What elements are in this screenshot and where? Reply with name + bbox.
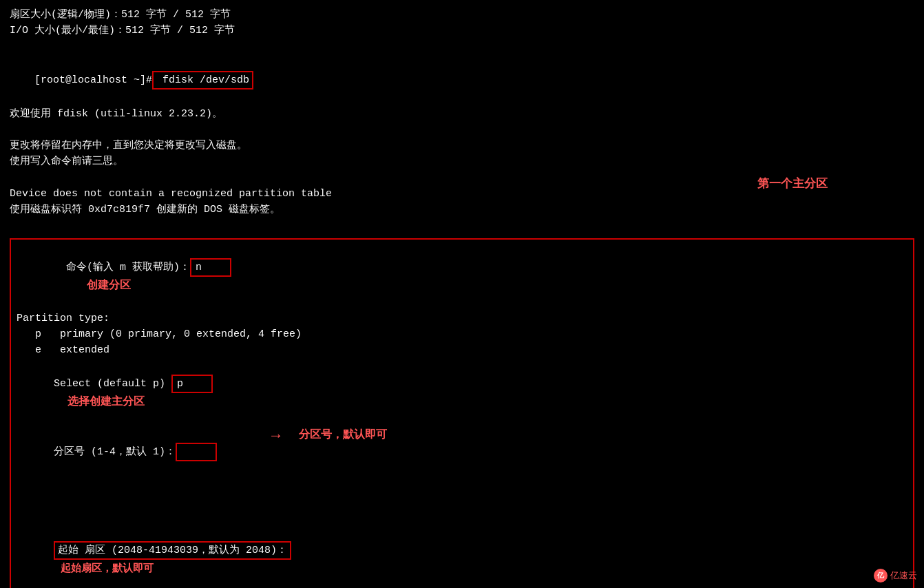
sector-size-line: 扇区大小(逻辑/物理)：512 字节 / 512 字节 bbox=[10, 7, 914, 23]
partition-num-line-1: 分区号 (1-4，默认 1)： → 分区号，默认即可 bbox=[17, 426, 907, 525]
watermark-text: 亿速云 bbox=[890, 569, 917, 582]
io-size-line: I/O 大小(最小/最佳)：512 字节 / 512 字节 bbox=[10, 23, 914, 39]
start-sector-box: 起始 扇区 (2048-41943039，默认为 2048)： bbox=[54, 541, 291, 560]
partition-num-default-annotation: 分区号，默认即可 bbox=[299, 426, 387, 443]
create-partition-annotation: 创建分区 bbox=[87, 279, 131, 291]
warn-line-2: 使用写入命令前请三思。 bbox=[10, 154, 914, 169]
partition-type-1: Partition type: bbox=[17, 311, 907, 326]
command-fdisk: fdisk /dev/sdb bbox=[152, 71, 253, 90]
watermark: 亿 亿速云 bbox=[874, 569, 917, 582]
select-input-p-1: p bbox=[171, 375, 213, 393]
primary-line-1: p primary (0 primary, 0 extended, 4 free… bbox=[17, 326, 907, 342]
select-primary-annotation: 选择创建主分区 bbox=[67, 395, 145, 407]
extended-line-1: e extended bbox=[17, 342, 907, 358]
welcome-line: 欢迎使用 fdisk (util-linux 2.23.2)。 bbox=[10, 106, 914, 122]
first-partition-annotation: 第一个主分区 bbox=[757, 176, 828, 191]
cmd-input-n-1: n bbox=[190, 258, 231, 277]
blank-1 bbox=[10, 39, 914, 55]
blank-2 bbox=[10, 122, 914, 138]
blank-4 bbox=[10, 218, 914, 233]
arrow-partition-num: → bbox=[271, 425, 280, 448]
start-sector-line-1: 起始 扇区 (2048-41943039，默认为 2048)： 起始扇区，默认即… bbox=[17, 525, 907, 588]
partition-num-input-1 bbox=[176, 443, 217, 461]
watermark-icon: 亿 bbox=[874, 569, 888, 582]
prompt-text: [root@localhost ~]# bbox=[34, 74, 152, 86]
prompt-line-1: [root@localhost ~]# fdisk /dev/sdb bbox=[10, 55, 914, 106]
warn-line-1: 更改将停留在内存中，直到您决定将更改写入磁盘。 bbox=[10, 138, 914, 154]
first-partition-block: 命令(输入 m 获取帮助)：n 创建分区 Partition type: p p… bbox=[10, 238, 914, 589]
select-line-1: Select (default p) p 选择创建主分区 bbox=[17, 358, 907, 426]
start-sector-annotation: 起始扇区，默认即可 bbox=[61, 562, 154, 574]
cmd-line-section1: 命令(输入 m 获取帮助)：n 创建分区 bbox=[17, 242, 907, 311]
terminal: 扇区大小(逻辑/物理)：512 字节 / 512 字节 I/O 大小(最小/最佳… bbox=[0, 0, 924, 588]
dos-label: 使用磁盘标识符 0xd7c819f7 创建新的 DOS 磁盘标签。 bbox=[10, 202, 914, 218]
